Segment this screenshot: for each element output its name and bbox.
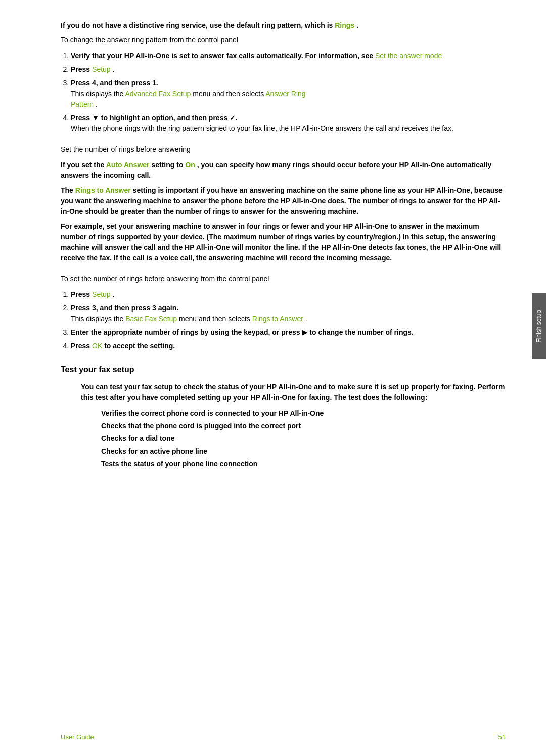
- rings-step1-press: Press: [71, 290, 92, 298]
- rings-step2-note-prefix: This displays the: [71, 315, 123, 323]
- test-fax-item4: Checks for an active phone line: [101, 446, 506, 457]
- step4-bold: Press ▼ to highlight an option, and then…: [71, 114, 238, 122]
- step3-link3[interactable]: Pattern: [71, 100, 94, 108]
- step2-suffix: .: [113, 65, 115, 73]
- step1-bold: Verify that your HP All-in-One is set to…: [71, 52, 373, 60]
- step3-note-suffix: .: [96, 100, 98, 108]
- rings-step1-link[interactable]: Setup: [92, 290, 111, 298]
- step3: Press 4, and then press 1. This displays…: [71, 78, 506, 110]
- intro-bold-suffix: .: [356, 21, 358, 29]
- rings-step4-bold-suffix: to accept the setting.: [104, 342, 175, 350]
- change-ring-steps: Verify that your HP All-in-One is set to…: [71, 51, 506, 134]
- test-fax-item1: Verifies the correct phone cord is conne…: [101, 408, 506, 419]
- rings-step4-link[interactable]: OK: [92, 342, 102, 350]
- auto-answer-mid: setting to: [151, 161, 183, 169]
- step2: Press Setup .: [71, 64, 506, 75]
- rings-step2-note-suffix: .: [305, 315, 307, 323]
- rings-to-answer-link[interactable]: Rings to Answer: [75, 186, 131, 194]
- footer: User Guide 51: [0, 733, 546, 741]
- rings-step1-suffix: .: [113, 290, 115, 298]
- rings-step3-bold: Enter the appropriate number of rings by…: [71, 328, 414, 336]
- rings-to-answer-para: The Rings to Answer setting is important…: [61, 185, 506, 217]
- change-ring-intro: To change the answer ring pattern from t…: [61, 35, 506, 46]
- footer-left: User Guide: [61, 733, 94, 741]
- step3-bold: Press 4, and then press 1.: [71, 79, 158, 87]
- example-para-text: For example, set your answering machine …: [61, 222, 501, 262]
- step1: Verify that your HP All-in-One is set to…: [71, 51, 506, 61]
- rings-to-answer-prefix: The: [61, 186, 75, 194]
- step3-link2[interactable]: Answer Ring: [265, 90, 305, 98]
- rings-step2: Press 3, and then press 3 again. This di…: [71, 303, 506, 324]
- set-rings-intro: To set the number of rings before answer…: [61, 274, 506, 284]
- rings-step4-bold-prefix: Press: [71, 342, 92, 350]
- auto-answer-para: If you set the Auto Answer setting to On…: [61, 160, 506, 181]
- step4: Press ▼ to highlight an option, and then…: [71, 113, 506, 134]
- step3-note-mid: menu and then selects: [193, 90, 264, 98]
- finish-setup-label: Finish setup: [535, 310, 542, 343]
- test-fax-block: You can test your fax setup to check the…: [81, 382, 506, 469]
- rings-step3: Enter the appropriate number of rings by…: [71, 327, 506, 338]
- test-fax-item3: Checks for a dial tone: [101, 433, 506, 444]
- step3-link1[interactable]: Advanced Fax Setup: [125, 90, 191, 98]
- test-fax-para: You can test your fax setup to check the…: [81, 382, 506, 403]
- step4-note: When the phone rings with the ring patte…: [71, 124, 453, 132]
- step2-link[interactable]: Setup: [92, 65, 111, 73]
- auto-answer-on: On: [185, 161, 195, 169]
- test-fax-list: Verifies the correct phone cord is conne…: [101, 408, 506, 469]
- step2-press: Press: [71, 65, 92, 73]
- rings-step1: Press Setup .: [71, 289, 506, 300]
- set-rings-steps: Press Setup . Press 3, and then press 3 …: [71, 289, 506, 351]
- page-container: Finish setup If you do not have a distin…: [0, 0, 546, 756]
- auto-answer-prefix: If you set the: [61, 161, 104, 169]
- auto-answer-link[interactable]: Auto Answer: [106, 161, 150, 169]
- intro-bold-prefix: If you do not have a distinctive ring se…: [61, 21, 335, 29]
- rings-section-heading: Set the number of rings before answering: [61, 144, 506, 155]
- test-fax-heading: Test your fax setup: [61, 364, 506, 376]
- step3-note-prefix: This displays the: [71, 90, 123, 98]
- test-fax-para-text: You can test your fax setup to check the…: [81, 383, 505, 402]
- intro-paragraph: If you do not have a distinctive ring se…: [61, 20, 506, 31]
- rings-step4: Press OK to accept the setting.: [71, 341, 506, 351]
- rings-step2-bold: Press 3, and then press 3 again.: [71, 304, 178, 312]
- rings-step2-link1[interactable]: Basic Fax Setup: [125, 315, 177, 323]
- rings-step2-link2[interactable]: Rings to Answer: [252, 315, 303, 323]
- rings-link[interactable]: Rings: [335, 21, 354, 29]
- footer-right: 51: [498, 733, 506, 741]
- finish-setup-tab[interactable]: Finish setup: [532, 293, 546, 359]
- example-para: For example, set your answering machine …: [61, 221, 506, 263]
- test-fax-item5: Tests the status of your phone line conn…: [101, 459, 506, 469]
- step1-link[interactable]: Set the answer mode: [375, 52, 442, 60]
- test-fax-item2: Checks that the phone cord is plugged in…: [101, 421, 506, 431]
- rings-step2-note-mid: menu and then selects: [179, 315, 250, 323]
